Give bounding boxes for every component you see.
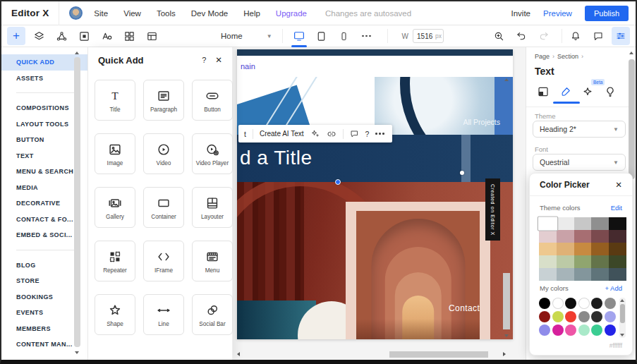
quick-add-item-layouter[interactable]: Layouter	[192, 187, 233, 228]
quick-add-item-iframe[interactable]: IFrame	[143, 241, 184, 281]
menu-view[interactable]: View	[123, 9, 141, 18]
quick-add-item-gallery[interactable]: Gallery	[95, 187, 135, 228]
menu-tools[interactable]: Tools	[157, 9, 176, 18]
my-color-dot[interactable]	[578, 298, 590, 309]
theme-color-swatch[interactable]	[539, 255, 557, 268]
breakpoint-desktop-button[interactable]	[290, 25, 308, 47]
page-selector[interactable]: Home ▼	[221, 32, 272, 40]
tab-layout[interactable]	[535, 84, 552, 99]
help-icon[interactable]: ?	[365, 130, 370, 138]
theme-color-swatch[interactable]	[539, 230, 557, 243]
theme-color-swatch[interactable]	[557, 255, 574, 268]
breadcrumb-page[interactable]: Page	[535, 53, 550, 60]
edit-theme-colors-link[interactable]: Edit	[611, 204, 622, 212]
add-elements-button[interactable]: +	[7, 27, 25, 45]
user-avatar[interactable]	[69, 6, 83, 20]
theme-color-swatch[interactable]	[557, 243, 574, 255]
scroll-down-icon[interactable]	[620, 334, 624, 336]
breakpoint-mobile-button[interactable]	[335, 25, 353, 47]
selection-handle[interactable]	[335, 179, 341, 185]
scroll-up-icon[interactable]	[620, 299, 624, 302]
theme-color-swatch[interactable]	[591, 230, 609, 243]
hero-image-right[interactable]: All Projects	[375, 77, 513, 135]
my-color-dot[interactable]	[539, 324, 550, 336]
theme-color-swatch[interactable]	[574, 243, 592, 255]
my-color-dot[interactable]	[539, 311, 550, 322]
quick-add-item-button[interactable]: Button	[192, 80, 233, 121]
theme-color-swatch[interactable]	[574, 230, 592, 243]
breakpoint-more-button[interactable]	[358, 27, 376, 45]
preview-button[interactable]: Preview	[543, 9, 572, 18]
theme-color-swatch[interactable]	[557, 268, 574, 281]
layers-button[interactable]	[30, 27, 48, 45]
quick-add-item-line[interactable]: Line	[143, 294, 184, 335]
theme-color-swatch[interactable]	[539, 243, 557, 255]
scroll-up-icon[interactable]	[629, 51, 633, 54]
my-color-dot[interactable]	[605, 324, 616, 336]
quick-add-item-title[interactable]: T Title	[95, 80, 135, 121]
link-icon[interactable]	[327, 129, 336, 139]
redo-button[interactable]	[535, 27, 553, 45]
quick-add-item-repeater[interactable]: Repeater	[95, 241, 135, 281]
theme-color-swatch[interactable]	[591, 217, 609, 230]
theme-color-swatch[interactable]	[574, 217, 592, 230]
add-color-link[interactable]: + Add	[605, 284, 622, 292]
my-color-dot[interactable]	[565, 324, 576, 336]
comment-icon[interactable]	[350, 129, 359, 138]
section-button[interactable]	[75, 27, 93, 45]
scroll-right-icon[interactable]	[503, 352, 506, 356]
breadcrumb-section[interactable]: Section	[557, 53, 578, 60]
theme-color-swatch[interactable]	[609, 217, 626, 230]
arch-image[interactable]	[346, 202, 490, 339]
menu-dev-mode[interactable]: Dev Mode	[191, 9, 228, 18]
my-color-dot[interactable]	[578, 324, 590, 336]
width-input[interactable]	[417, 32, 435, 40]
sidebar-scrollbar[interactable]	[74, 50, 80, 356]
quick-add-item-video-player[interactable]: Video Player	[192, 133, 233, 174]
my-color-dot[interactable]	[539, 298, 550, 309]
my-color-dot[interactable]	[578, 311, 590, 322]
my-color-dot[interactable]	[591, 324, 602, 336]
quick-add-item-image[interactable]: Image	[95, 133, 135, 174]
my-color-dot[interactable]	[591, 311, 602, 322]
scroll-up-icon[interactable]	[504, 78, 509, 81]
theme-color-swatch[interactable]	[591, 255, 609, 268]
my-color-dot[interactable]	[565, 311, 576, 322]
tab-ideas[interactable]	[602, 84, 619, 99]
domain-link[interactable]: nain	[241, 62, 255, 71]
quick-add-item-menu[interactable]: Menu	[192, 241, 233, 281]
menu-site[interactable]: Site	[94, 9, 108, 18]
undo-button[interactable]	[512, 27, 530, 45]
invite-button[interactable]: Invite	[511, 9, 531, 18]
theme-color-swatch[interactable]	[574, 255, 592, 268]
tab-design[interactable]	[557, 84, 574, 99]
ai-spark-icon[interactable]	[310, 129, 320, 139]
close-icon[interactable]: ✕	[215, 55, 222, 65]
spaces-button[interactable]	[52, 27, 71, 45]
site-title-text[interactable]: d a Title	[240, 146, 313, 169]
scroll-down-icon[interactable]	[75, 351, 79, 354]
canvas-vertical-scrollbar[interactable]	[502, 78, 511, 337]
my-color-dot[interactable]	[552, 311, 564, 322]
my-color-dot[interactable]	[552, 324, 564, 336]
selection-handle[interactable]	[460, 171, 464, 175]
layout-tools-button[interactable]	[142, 27, 161, 45]
theme-color-swatch[interactable]	[609, 268, 626, 281]
typography-button[interactable]	[97, 27, 116, 45]
quick-add-item-paragraph[interactable]: Paragraph	[143, 80, 184, 121]
theme-color-swatch[interactable]	[539, 268, 557, 281]
notifications-button[interactable]	[566, 27, 585, 45]
my-color-dot[interactable]	[605, 298, 616, 309]
comments-button[interactable]	[589, 27, 607, 45]
scroll-up-icon[interactable]	[75, 51, 79, 54]
site-preview[interactable]: nain All Projects d a Title	[237, 49, 513, 339]
my-color-dot[interactable]	[552, 298, 564, 309]
settings-panel-button[interactable]	[612, 27, 630, 45]
theme-color-swatch[interactable]	[557, 230, 574, 243]
quick-add-item-video[interactable]: Video	[143, 133, 184, 174]
quick-add-item-container[interactable]: Container	[143, 187, 184, 228]
theme-dropdown[interactable]: Heading 2* ▼	[533, 121, 626, 138]
theme-color-swatch[interactable]	[591, 243, 609, 255]
theme-color-swatch[interactable]	[557, 217, 574, 230]
arches-section[interactable]: Contact	[237, 182, 513, 339]
